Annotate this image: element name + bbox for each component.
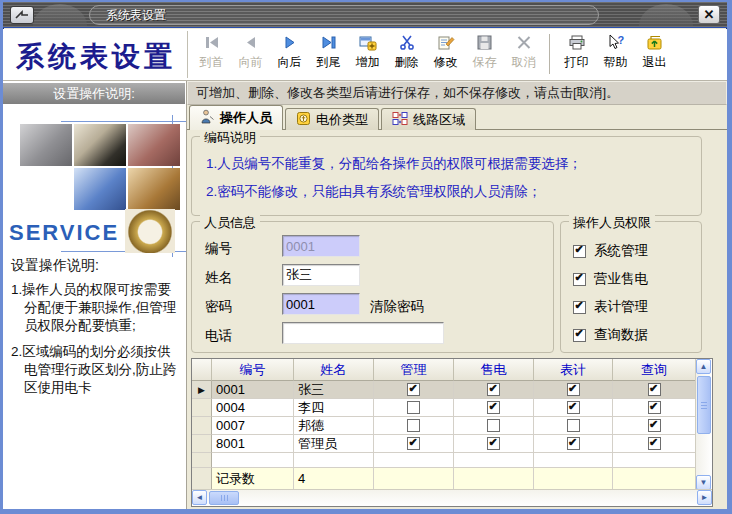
table-row[interactable]: 0004 李四: [192, 399, 712, 417]
grid-header-row: 编号 姓名 管理 售电 表计 查询: [192, 359, 712, 381]
tab-operators[interactable]: 操作人员: [189, 105, 283, 130]
cell-perm: [374, 381, 454, 399]
cell-name: 管理员: [294, 435, 374, 453]
grid-checkbox[interactable]: [407, 383, 420, 396]
grid-checkbox[interactable]: [567, 419, 580, 432]
grid-checkbox[interactable]: [487, 383, 500, 396]
group-title: 编码说明: [200, 129, 260, 147]
table-row[interactable]: 0001 张三: [192, 381, 712, 399]
toolbar-button-label: 向后: [272, 54, 307, 71]
clear-password-button[interactable]: 清除密码: [370, 298, 424, 316]
go-first-icon: [194, 34, 229, 53]
permission-checkbox[interactable]: [573, 301, 586, 314]
phone-field[interactable]: [282, 322, 444, 344]
toolbar-button-help[interactable]: ? 帮助: [597, 32, 634, 72]
svg-text:?: ?: [617, 34, 624, 46]
toolbar-button-label: 取消: [506, 54, 541, 71]
grid-checkbox[interactable]: [648, 419, 661, 432]
tab-strip: 操作人员 电价类型 线路区域: [189, 105, 478, 130]
toolbar-button-cancel[interactable]: 取消: [505, 32, 542, 72]
window-title: 系统表设置: [89, 5, 599, 25]
grid-checkbox[interactable]: [407, 419, 420, 432]
grid-checkbox[interactable]: [567, 401, 580, 414]
service-collage-image: [74, 124, 126, 166]
grid-column-header[interactable]: 管理: [374, 359, 454, 381]
cell-perm: [454, 417, 534, 435]
permission-label: 系统管理: [594, 242, 648, 260]
cell-perm: [613, 435, 696, 453]
id-label: 编号: [205, 240, 232, 258]
tab-line-areas[interactable]: 线路区域: [381, 108, 476, 130]
name-label: 姓名: [205, 269, 232, 287]
grid-checkbox[interactable]: [407, 401, 420, 414]
permission-label: 营业售电: [594, 270, 648, 288]
toolbar-button-last[interactable]: 到尾: [310, 32, 347, 72]
cell-name: 李四: [294, 399, 374, 417]
grid-column-header[interactable]: 查询: [613, 359, 696, 381]
cell-perm: [374, 417, 454, 435]
grid-checkbox[interactable]: [487, 401, 500, 414]
service-label: SERVICE: [9, 220, 119, 246]
row-indicator: [192, 435, 212, 453]
cell-empty: [534, 468, 613, 490]
row-indicator: [192, 453, 212, 468]
toolbar-button-print[interactable]: 打印: [558, 32, 595, 72]
permission-checkbox[interactable]: [573, 329, 586, 342]
toolbar-button-prev[interactable]: 向前: [232, 32, 269, 72]
grid-checkbox[interactable]: [407, 437, 420, 450]
cell-empty: [212, 453, 294, 468]
close-button[interactable]: ✕: [698, 5, 720, 24]
horizontal-scroll-thumb[interactable]: [209, 491, 239, 505]
row-indicator: [192, 399, 212, 417]
toolbar-button-modify[interactable]: 修改: [427, 32, 464, 72]
grid-checkbox[interactable]: [648, 437, 661, 450]
app-icon: [10, 6, 34, 24]
cell-perm: [534, 381, 613, 399]
cell-perm: [374, 399, 454, 417]
toolbar-button-save[interactable]: 保存: [466, 32, 503, 72]
operators-grid: 编号 姓名 管理 售电 表计 查询 0001 张三 0004 李四: [191, 358, 713, 507]
grid-column-header[interactable]: 表计: [534, 359, 613, 381]
permission-checkbox[interactable]: [573, 273, 586, 286]
vertical-scrollbar[interactable]: ▲ ▼: [695, 359, 712, 490]
grid-checkbox[interactable]: [487, 419, 500, 432]
grid-checkbox[interactable]: [487, 437, 500, 450]
grid-corner-cell: [192, 359, 212, 381]
service-collage-image: [20, 124, 72, 166]
grid-column-header[interactable]: 姓名: [294, 359, 374, 381]
service-collage-image: [128, 124, 180, 166]
title-bar[interactable]: 系统表设置 ✕: [3, 2, 727, 28]
grid-checkbox[interactable]: [567, 383, 580, 396]
cancel-x-icon: [506, 34, 541, 53]
grid-checkbox[interactable]: [567, 437, 580, 450]
horizontal-scrollbar[interactable]: ◄ ►: [192, 489, 712, 506]
grid-checkbox[interactable]: [648, 401, 661, 414]
id-field[interactable]: [282, 235, 360, 257]
permission-checkbox[interactable]: [573, 245, 586, 258]
toolbar-button-next[interactable]: 向后: [271, 32, 308, 72]
grid-checkbox[interactable]: [648, 383, 661, 396]
toolbar-button-first[interactable]: 到首: [193, 32, 230, 72]
row-indicator: [192, 417, 212, 435]
cell-empty: [294, 453, 374, 468]
scroll-right-icon[interactable]: ►: [697, 490, 712, 505]
toolbar-button-exit[interactable]: 退出: [636, 32, 673, 72]
scroll-up-icon[interactable]: ▲: [696, 359, 711, 374]
password-field[interactable]: [282, 293, 360, 315]
scroll-left-icon[interactable]: ◄: [192, 490, 207, 505]
table-row[interactable]: 0007 邦德: [192, 417, 712, 435]
vertical-scroll-thumb[interactable]: [697, 376, 711, 434]
name-field[interactable]: [282, 264, 360, 286]
grid-column-header[interactable]: 售电: [454, 359, 534, 381]
exit-icon: [637, 34, 672, 53]
grid-column-header[interactable]: 编号: [212, 359, 294, 381]
toolbar-button-delete[interactable]: 删除: [388, 32, 425, 72]
coding-notes-group: 编码说明 1.人员编号不能重复，分配给各操作员的权限可根据需要选择； 2.密码不…: [191, 136, 702, 216]
scroll-down-icon[interactable]: ▼: [696, 475, 711, 490]
table-row[interactable]: 8001 管理员: [192, 435, 712, 453]
tab-price-types[interactable]: 电价类型: [285, 108, 379, 130]
person-info-group: 人员信息 编号 姓名 密码 清除密码 电话: [191, 221, 554, 353]
cell-empty: [374, 468, 454, 490]
toolbar-button-add[interactable]: 增加: [349, 32, 386, 72]
sidebar-header: 设置操作说明:: [3, 83, 185, 104]
